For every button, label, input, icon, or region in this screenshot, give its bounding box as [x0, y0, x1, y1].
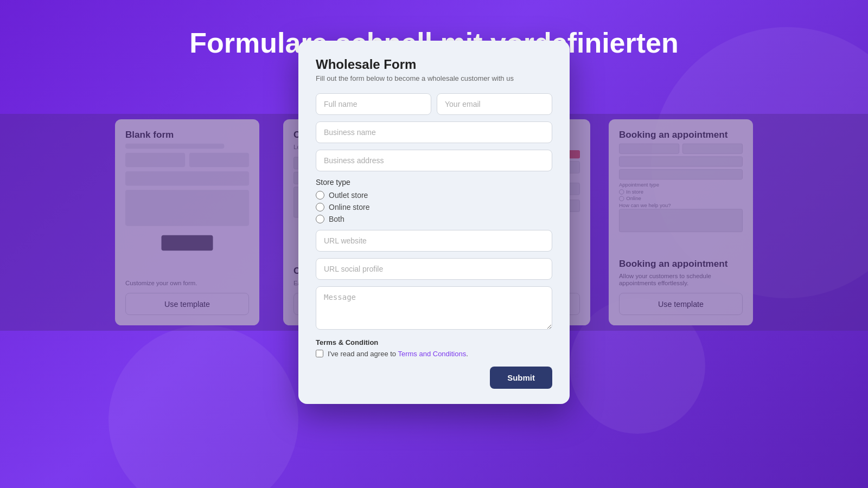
terms-row: I've read and agree to Terms and Conditi… [316, 350, 552, 358]
terms-section: Terms & Condition I've read and agree to… [316, 338, 552, 358]
bg-circle-2 [108, 325, 298, 488]
terms-title: Terms & Condition [316, 338, 552, 346]
terms-checkbox[interactable] [316, 350, 323, 357]
cards-container: Blank form Customize your own form. Use … [0, 114, 868, 331]
both-radio[interactable] [316, 215, 324, 223]
name-email-row [316, 93, 552, 115]
online-store-radio[interactable] [316, 203, 324, 211]
submit-button[interactable]: Submit [490, 367, 552, 389]
store-type-label: Store type [316, 178, 552, 187]
modal-title: Wholesale Form [316, 57, 552, 72]
email-input[interactable] [437, 93, 552, 115]
url-website-group [316, 230, 552, 252]
business-address-input[interactable] [316, 150, 552, 171]
both-option[interactable]: Both [316, 215, 552, 223]
message-group [316, 286, 552, 332]
url-social-input[interactable] [316, 258, 552, 280]
message-textarea[interactable] [316, 286, 552, 330]
full-name-input[interactable] [316, 93, 431, 115]
outlet-store-option[interactable]: Outlet store [316, 191, 552, 200]
wholesale-form-modal: Wholesale Form Fill out the form below t… [298, 41, 570, 404]
business-address-group [316, 150, 552, 171]
store-type-radio-group: Outlet store Online store Both [316, 191, 552, 223]
outlet-store-radio[interactable] [316, 191, 324, 200]
url-social-group [316, 258, 552, 280]
online-store-label: Online store [329, 203, 369, 211]
terms-link[interactable]: Terms and Conditions [398, 350, 466, 358]
online-store-option[interactable]: Online store [316, 203, 552, 211]
terms-text: I've read and agree to Terms and Conditi… [328, 350, 468, 358]
modal-overlay: Wholesale Form Fill out the form below t… [0, 114, 868, 331]
modal-subtitle: Fill out the form below to become a whol… [316, 74, 552, 82]
submit-row: Submit [316, 367, 552, 389]
store-type-section: Store type Outlet store Online store Bot… [316, 178, 552, 223]
url-website-input[interactable] [316, 230, 552, 252]
outlet-store-label: Outlet store [329, 191, 368, 200]
business-name-input[interactable] [316, 121, 552, 143]
business-name-group [316, 121, 552, 143]
both-label: Both [329, 215, 344, 223]
